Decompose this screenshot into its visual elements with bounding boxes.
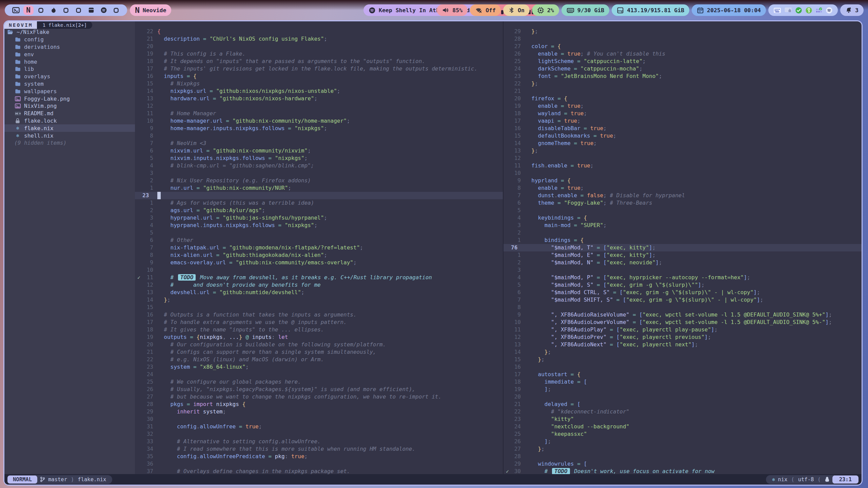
- code-line[interactable]: 26 enable = true; # You can't disable th…: [504, 50, 862, 58]
- disk-widget[interactable]: 413.19/915.81 GiB: [612, 4, 689, 16]
- code-line[interactable]: 11 # Home Manager: [135, 110, 503, 117]
- code-line[interactable]: 3 main-mod = "SUPER";: [504, 222, 862, 229]
- code-line[interactable]: 31 config.allowUnfree = true;: [135, 423, 503, 430]
- code-line[interactable]: 35 config.allowUnfreePredicate = pkg: tr…: [135, 453, 503, 460]
- code-line[interactable]: 26 ];: [504, 438, 862, 445]
- bluetooth-widget[interactable]: On: [503, 4, 530, 16]
- memory-widget[interactable]: 9/30 GiB: [561, 4, 609, 16]
- workspace-empty-workspace-icon[interactable]: [110, 4, 122, 16]
- code-line[interactable]: 13 };: [504, 147, 862, 155]
- code-line[interactable]: 2: [504, 229, 862, 237]
- code-line[interactable]: 5: [504, 207, 862, 214]
- code-line[interactable]: 3 hyprpanel.url = "github:jas-singhfsu/h…: [135, 214, 503, 222]
- code-line[interactable]: 29 };: [504, 28, 862, 35]
- tree-item-nixvim-png[interactable]: NixVim.png: [4, 102, 135, 110]
- code-line[interactable]: 19 outputs = {nixpkgs, ...} @ inputs: le…: [135, 333, 503, 341]
- code-line[interactable]: 12 ", XF86AudioPrev" = ["exec, playerctl…: [504, 333, 862, 341]
- code-line[interactable]: 16 inputs = {: [135, 73, 503, 80]
- code-line[interactable]: 19 enable = true;: [504, 102, 862, 110]
- code-line[interactable]: 6 "$mainMod CTRL, S" = ["exec, grim -g \…: [504, 289, 862, 296]
- tab-neovim[interactable]: NEOVIM: [4, 21, 37, 29]
- tree-item-system[interactable]: system: [4, 80, 135, 88]
- code-line[interactable]: 5 "$mainMod, S" = ["exec, grim -g \"$(sl…: [504, 281, 862, 289]
- code-line[interactable]: 9 home-manager.inputs.nixpkgs.follows = …: [135, 125, 503, 132]
- code-line[interactable]: 11 ", XF86AudioPlay" = ["exec, playerctl…: [504, 326, 862, 333]
- code-line[interactable]: 15: [135, 304, 503, 311]
- code-line[interactable]: 4 hyprpanel.inputs.nixpkgs.follows = "ni…: [135, 222, 503, 229]
- tree-item-shell-nix[interactable]: ❄shell.nix: [4, 132, 135, 139]
- network-widget[interactable]: Off: [470, 4, 501, 16]
- workspace-empty-workspace-icon[interactable]: [60, 4, 72, 16]
- verified-icon[interactable]: [795, 7, 802, 14]
- code-line[interactable]: 12 # and doesn't provide any benefits fo…: [135, 281, 503, 289]
- code-line[interactable]: 19 ];: [504, 386, 862, 393]
- code-line[interactable]: 33 # Alternative to setting config.allow…: [135, 438, 503, 445]
- workspace-terminal-icon[interactable]: [9, 4, 22, 16]
- tree-item-config[interactable]: config: [4, 36, 135, 43]
- code-line[interactable]: 15 defaultBookmarks = true;: [504, 132, 862, 140]
- code-line[interactable]: 23 system = "x86_64-linux";: [135, 363, 503, 371]
- workspace-firefox-icon[interactable]: [47, 4, 60, 16]
- code-line[interactable]: 25 "keepassxc": [504, 430, 862, 438]
- code-line[interactable]: 1 "$mainMod, E" = ["exec, kitty"];: [504, 251, 862, 259]
- code-line[interactable]: 16 disableTabBar = true;: [504, 125, 862, 132]
- code-line[interactable]: 2 "$mainMod, N" = ["exec, neovide"];: [504, 259, 862, 266]
- code-line[interactable]: 21 # Configs can support more than a sin…: [135, 348, 503, 356]
- tree-item-lib[interactable]: lib: [4, 65, 135, 73]
- code-line[interactable]: 13 devshell.url = "github:numtide/devshe…: [135, 289, 503, 296]
- system-tray[interactable]: [768, 4, 838, 16]
- code-line[interactable]: 4 keybindings = {: [504, 214, 862, 222]
- code-line[interactable]: 27 # but because we want to change the n…: [135, 393, 503, 401]
- code-line[interactable]: 32: [135, 430, 503, 438]
- code-line[interactable]: 20: [504, 393, 862, 401]
- code-line[interactable]: 21 description = "ChUrl's NixOS config u…: [135, 35, 503, 43]
- code-line[interactable]: 17 # The inputs' git revisions get locke…: [135, 65, 503, 73]
- code-line[interactable]: 4 "$mainMod, P" = ["exec, hyprpicker --a…: [504, 274, 862, 281]
- code-line[interactable]: 1 nur.url = "github:nix-community/NUR";: [135, 184, 503, 192]
- code-line[interactable]: 10: [504, 169, 862, 177]
- code-line[interactable]: 18 # It depends on "inputs" that are pas…: [135, 58, 503, 65]
- tailscale-icon[interactable]: [815, 7, 823, 14]
- code-line[interactable]: 30: [135, 415, 503, 423]
- tree-item-overlays[interactable]: overlays: [4, 73, 135, 80]
- code-line[interactable]: 18 wayland = true;: [504, 110, 862, 117]
- keyboard-icon[interactable]: [773, 7, 781, 14]
- tree-item-home[interactable]: home: [4, 58, 135, 65]
- code-line[interactable]: 22 # "kdeconnect-indicator": [504, 408, 862, 415]
- code-line[interactable]: 22 };: [504, 80, 862, 87]
- code-line[interactable]: 19 # This config is a Flake.: [135, 50, 503, 58]
- code-line[interactable]: 22{: [135, 28, 503, 35]
- code-line[interactable]: 1 bindings = {: [504, 237, 862, 244]
- code-line[interactable]: 36: [135, 460, 503, 468]
- code-line[interactable]: 20: [135, 43, 503, 50]
- code-line[interactable]: 15 };: [504, 356, 862, 363]
- code-line[interactable]: 7 dunst.enable = false; # Disable for hy…: [504, 192, 862, 199]
- code-line[interactable]: 16: [504, 363, 862, 371]
- volume-widget[interactable]: 85%: [437, 4, 468, 16]
- code-line[interactable]: 2 ags.url = "github:Aylur/ags";: [135, 207, 503, 214]
- code-line[interactable]: 7 nix-flatpak.url = "github:gmodena/nix-…: [135, 244, 503, 251]
- tree-item-nixflake[interactable]: ~/NixFlake: [4, 28, 135, 36]
- code-line[interactable]: 15 # Nixpkgs: [135, 80, 503, 87]
- code-line[interactable]: 24: [135, 371, 503, 378]
- code-line[interactable]: 10: [135, 266, 503, 274]
- code-line[interactable]: 9 hyprland = {: [504, 177, 862, 184]
- code-line[interactable]: 34 # I read somewhere that this is more …: [135, 445, 503, 453]
- code-line[interactable]: 3: [504, 266, 862, 274]
- editor-pane-right[interactable]: 29 };2827 color = {26 enable = true; # Y…: [504, 28, 862, 475]
- code-line[interactable]: 23: [135, 192, 503, 199]
- code-line[interactable]: 12: [135, 102, 503, 110]
- code-line[interactable]: 28 pkgs = import nixpkgs {: [135, 401, 503, 408]
- code-line[interactable]: 17 autostart = {: [504, 371, 862, 378]
- code-line[interactable]: 14 };: [135, 296, 503, 304]
- cpu-widget[interactable]: 2%: [532, 4, 559, 16]
- tree-item-flake-lock[interactable]: flake.lock: [4, 117, 135, 125]
- code-line[interactable]: 5 nixvim.inputs.nixpkgs.follows = "nixpk…: [135, 155, 503, 162]
- tree-item-derivations[interactable]: derivations: [4, 43, 135, 51]
- code-line[interactable]: 22 # e.g. NixOS (linux) and MacOS (darwi…: [135, 356, 503, 363]
- code-line[interactable]: 21: [504, 87, 862, 95]
- code-line[interactable]: 17 vaapi = true;: [504, 117, 862, 125]
- code-line[interactable]: 27 color = {: [504, 43, 862, 50]
- code-line[interactable]: 10 home-manager.url = "github:nix-commun…: [135, 117, 503, 125]
- code-line[interactable]: 27 };: [504, 445, 862, 453]
